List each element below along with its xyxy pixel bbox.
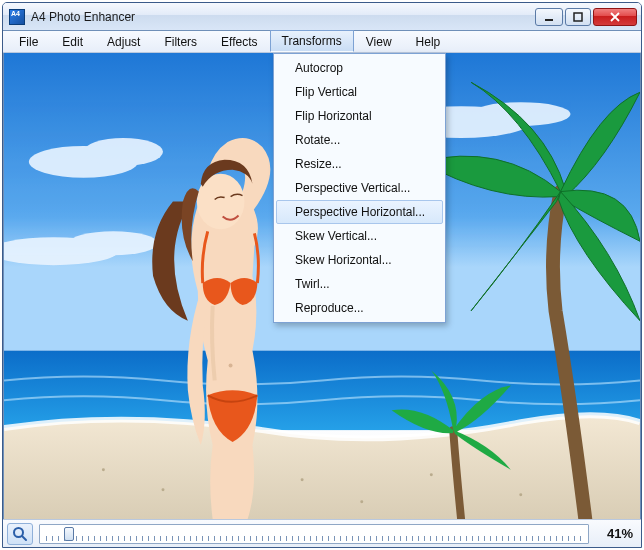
app-window: A4 Photo Enhancer File Edit Adjust Filte… bbox=[2, 2, 642, 548]
menu-edit[interactable]: Edit bbox=[50, 31, 95, 52]
magnifier-icon bbox=[12, 526, 28, 542]
svg-point-6 bbox=[69, 231, 158, 255]
menu-help[interactable]: Help bbox=[404, 31, 453, 52]
minimize-button[interactable] bbox=[535, 8, 563, 26]
svg-point-15 bbox=[519, 493, 522, 496]
menu-filters[interactable]: Filters bbox=[152, 31, 209, 52]
svg-point-17 bbox=[229, 364, 233, 368]
zoom-tool-button[interactable] bbox=[7, 523, 33, 545]
menu-transforms[interactable]: Transforms bbox=[270, 30, 354, 52]
zoom-slider[interactable] bbox=[39, 524, 589, 544]
dd-perspective-horizontal[interactable]: Perspective Horizontal... bbox=[276, 200, 443, 224]
svg-point-11 bbox=[162, 488, 165, 491]
svg-point-14 bbox=[430, 473, 433, 476]
menu-view[interactable]: View bbox=[354, 31, 404, 52]
dd-skew-horizontal[interactable]: Skew Horizontal... bbox=[276, 248, 443, 272]
slider-thumb[interactable] bbox=[64, 527, 74, 541]
zoom-percent-label: 41% bbox=[595, 526, 633, 541]
svg-rect-0 bbox=[545, 19, 553, 21]
window-controls bbox=[535, 8, 637, 26]
window-title: A4 Photo Enhancer bbox=[31, 10, 135, 24]
svg-point-10 bbox=[102, 468, 105, 471]
svg-point-12 bbox=[301, 478, 304, 481]
slider-ticks bbox=[46, 536, 582, 541]
dd-skew-vertical[interactable]: Skew Vertical... bbox=[276, 224, 443, 248]
menubar: File Edit Adjust Filters Effects Transfo… bbox=[3, 31, 641, 53]
menu-effects[interactable]: Effects bbox=[209, 31, 269, 52]
svg-point-4 bbox=[84, 138, 164, 166]
menu-adjust[interactable]: Adjust bbox=[95, 31, 152, 52]
app-icon bbox=[9, 9, 25, 25]
svg-point-13 bbox=[360, 500, 363, 503]
dd-autocrop[interactable]: Autocrop bbox=[276, 56, 443, 80]
close-button[interactable] bbox=[593, 8, 637, 26]
titlebar[interactable]: A4 Photo Enhancer bbox=[3, 3, 641, 31]
menu-file[interactable]: File bbox=[7, 31, 50, 52]
dd-perspective-vertical[interactable]: Perspective Vertical... bbox=[276, 176, 443, 200]
statusbar: 41% bbox=[3, 519, 641, 547]
svg-rect-1 bbox=[574, 13, 582, 21]
dd-flip-horizontal[interactable]: Flip Horizontal bbox=[276, 104, 443, 128]
dd-flip-vertical[interactable]: Flip Vertical bbox=[276, 80, 443, 104]
dd-reproduce[interactable]: Reproduce... bbox=[276, 296, 443, 320]
dd-rotate[interactable]: Rotate... bbox=[276, 128, 443, 152]
svg-line-19 bbox=[22, 536, 26, 540]
dd-twirl[interactable]: Twirl... bbox=[276, 272, 443, 296]
dd-resize[interactable]: Resize... bbox=[276, 152, 443, 176]
maximize-button[interactable] bbox=[565, 8, 591, 26]
transforms-dropdown: Autocrop Flip Vertical Flip Horizontal R… bbox=[273, 53, 446, 323]
